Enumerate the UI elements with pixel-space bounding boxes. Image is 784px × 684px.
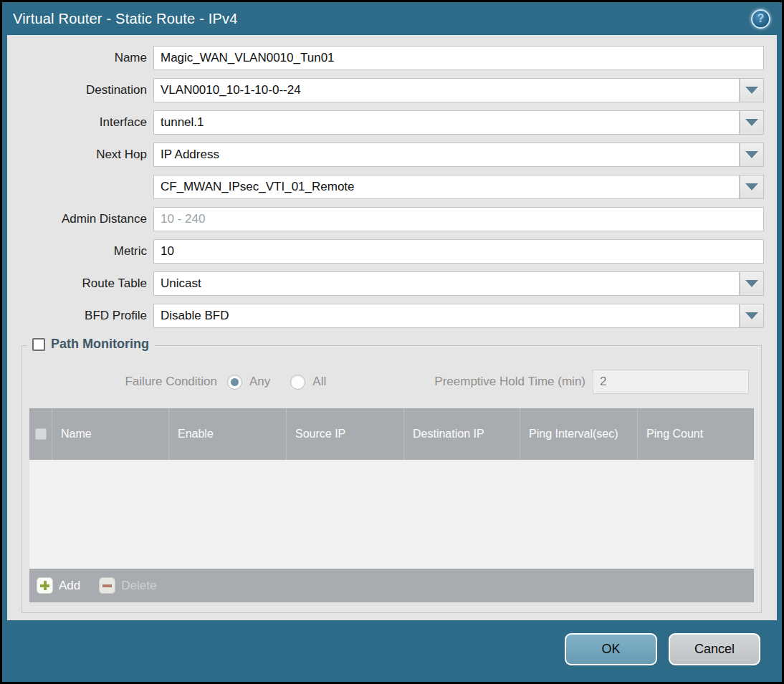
path-monitoring-table: Name Enable Source IP Destination IP Pin… (29, 408, 754, 602)
path-monitoring-title: Path Monitoring (51, 337, 149, 352)
table-body-empty (29, 460, 754, 569)
dialog-footer: OK Cancel (2, 620, 782, 682)
help-icon[interactable]: ? (751, 9, 770, 29)
failure-condition-row: Failure Condition Any All Preemptive Hol… (29, 370, 754, 394)
chevron-down-icon (745, 312, 758, 319)
column-header-ping-count[interactable]: Ping Count (638, 408, 754, 460)
route-table-label: Route Table (7, 276, 153, 291)
chevron-down-icon (745, 280, 758, 287)
failure-condition-label: Failure Condition (29, 375, 227, 389)
bfd-profile-input[interactable] (153, 304, 740, 328)
delete-button[interactable]: Delete (99, 577, 156, 594)
metric-row: Metric (7, 239, 777, 264)
column-header-name[interactable]: Name (52, 408, 169, 460)
delete-button-label: Delete (121, 579, 156, 593)
name-input[interactable] (153, 46, 764, 70)
radio-any[interactable] (227, 375, 242, 390)
dialog-title: Virtual Router - Static Route - IPv4 (13, 11, 238, 27)
metric-label: Metric (7, 244, 153, 259)
plus-icon (37, 577, 53, 594)
table-footer: Add Delete (29, 569, 754, 602)
column-header-destination-ip[interactable]: Destination IP (404, 408, 520, 460)
cancel-button[interactable]: Cancel (669, 633, 760, 665)
minus-icon (99, 577, 115, 594)
destination-dropdown-button[interactable] (740, 78, 764, 102)
admin-distance-input[interactable] (153, 207, 764, 231)
bfd-profile-dropdown-button[interactable] (740, 304, 764, 328)
select-all-checkbox[interactable] (35, 428, 47, 440)
failure-condition-option-any: Any (227, 375, 270, 390)
preemptive-hold-time-label: Preemptive Hold Time (min) (434, 375, 593, 389)
dialog-titlebar: Virtual Router - Static Route - IPv4 ? (2, 2, 782, 35)
interface-label: Interface (7, 115, 153, 130)
radio-all[interactable] (290, 375, 305, 390)
next-hop-type-dropdown-button[interactable] (740, 143, 764, 167)
path-monitoring-legend: Path Monitoring (27, 337, 155, 352)
interface-input[interactable] (153, 110, 740, 135)
interface-dropdown-button[interactable] (740, 110, 764, 135)
next-hop-address-input[interactable] (153, 175, 740, 199)
admin-distance-row: Admin Distance (7, 207, 777, 231)
chevron-down-icon (745, 151, 758, 158)
chevron-down-icon (745, 87, 758, 94)
destination-label: Destination (7, 83, 153, 97)
dialog-content: Name Destination Interface (7, 35, 777, 620)
path-monitoring-checkbox[interactable] (32, 338, 45, 351)
bfd-profile-row: BFD Profile (7, 304, 777, 328)
destination-input[interactable] (153, 78, 740, 102)
column-header-ping-interval[interactable]: Ping Interval(sec) (520, 408, 638, 460)
bfd-profile-label: BFD Profile (7, 309, 153, 323)
next-hop-address-dropdown-button[interactable] (740, 175, 764, 199)
name-label: Name (7, 51, 153, 65)
admin-distance-label: Admin Distance (7, 212, 153, 226)
path-monitoring-section: Path Monitoring Failure Condition Any Al… (21, 345, 762, 613)
chevron-down-icon (745, 183, 758, 191)
route-table-input[interactable] (153, 271, 740, 296)
next-hop-type-input[interactable] (153, 143, 740, 167)
table-header: Name Enable Source IP Destination IP Pin… (29, 408, 754, 460)
chevron-down-icon (745, 119, 758, 126)
radio-all-label: All (312, 375, 326, 389)
column-header-enable[interactable]: Enable (169, 408, 287, 460)
preemptive-hold-time-input[interactable] (593, 370, 749, 394)
add-button-label: Add (59, 579, 80, 593)
next-hop-label: Next Hop (7, 148, 153, 162)
ok-button[interactable]: OK (565, 633, 657, 665)
failure-condition-option-all: All (290, 375, 326, 390)
next-hop-address-row (7, 175, 777, 199)
add-button[interactable]: Add (37, 577, 80, 594)
column-header-source-ip[interactable]: Source IP (287, 408, 404, 460)
route-table-row: Route Table (7, 271, 777, 296)
route-table-dropdown-button[interactable] (740, 271, 764, 296)
metric-input[interactable] (153, 239, 764, 264)
interface-row: Interface (7, 110, 777, 135)
static-route-dialog: Virtual Router - Static Route - IPv4 ? N… (0, 0, 784, 684)
table-header-checkbox-cell (29, 408, 52, 460)
name-row: Name (7, 46, 777, 70)
destination-row: Destination (7, 78, 777, 102)
next-hop-row: Next Hop (7, 143, 777, 167)
radio-any-label: Any (249, 375, 270, 389)
